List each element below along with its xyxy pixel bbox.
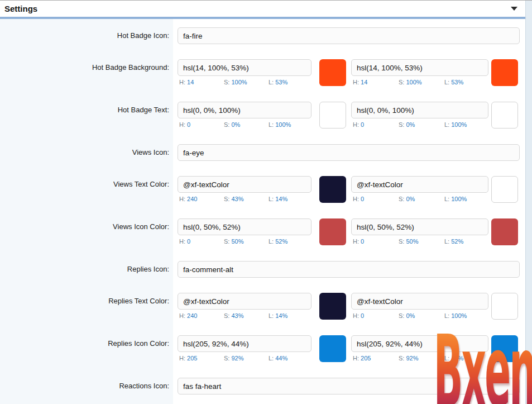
lightness-readout: L: 14% xyxy=(267,196,311,203)
color-swatch-preview[interactable] xyxy=(319,293,346,320)
color-swatch-preview[interactable] xyxy=(319,335,346,362)
lightness-value: 53% xyxy=(275,79,287,85)
field-label: Replies Text Color: xyxy=(0,293,173,320)
saturation-readout: S: 50% xyxy=(222,238,267,245)
page-title: Settings xyxy=(4,4,37,13)
color-swatch-preview[interactable] xyxy=(491,218,518,245)
color-swatch-preview[interactable] xyxy=(491,293,518,320)
color-value-input[interactable] xyxy=(351,176,488,193)
saturation-prefix: S: xyxy=(399,79,404,85)
hue-readout: H: 205 xyxy=(178,355,222,362)
hue-readout: H: 14 xyxy=(178,79,222,86)
lightness-readout: L: 53% xyxy=(443,79,488,86)
color-value-input[interactable] xyxy=(351,59,488,76)
lightness-prefix: L: xyxy=(269,355,274,362)
field-label: Reactions Icon: xyxy=(0,378,173,395)
color-value-input[interactable] xyxy=(351,218,488,235)
saturation-value: 92% xyxy=(406,355,418,362)
row-content: H: 14 S: 100% L: 53% H: 14 S: 100% L: 53… xyxy=(178,59,520,86)
hue-value: 14 xyxy=(187,79,194,85)
color-value-input[interactable] xyxy=(178,176,311,193)
color-swatch-preview[interactable] xyxy=(491,59,518,86)
row-content: H: 240 S: 43% L: 14% H: 0 S: 0% L: 100% xyxy=(178,293,520,320)
color-value-input[interactable] xyxy=(351,335,488,352)
saturation-prefix: S: xyxy=(399,312,404,319)
color-value-input[interactable] xyxy=(178,102,311,118)
hue-readout: H: 0 xyxy=(178,121,222,129)
icon-name-input[interactable] xyxy=(178,144,520,161)
row-content: H: 240 S: 43% L: 14% H: 0 S: 0% L: 100% xyxy=(178,176,520,203)
hue-prefix: H: xyxy=(179,355,185,362)
color-setting-row: Views Icon Color: H: 0 S: 50% L: 52% H: … xyxy=(0,218,525,245)
saturation-readout: S: 92% xyxy=(397,355,443,362)
field-label: Views Icon Color: xyxy=(0,218,173,245)
lightness-prefix: L: xyxy=(444,196,449,202)
color-swatch-preview[interactable] xyxy=(319,176,346,203)
hue-value: 0 xyxy=(361,196,364,202)
main-area: Settings Hot Badge Icon: Hot Badge Backg… xyxy=(0,1,525,404)
hue-value: 0 xyxy=(361,121,364,128)
lightness-readout: L: 100% xyxy=(443,121,488,129)
color-input-group-left: H: 0 S: 0% L: 100% xyxy=(178,102,311,129)
hue-value: 0 xyxy=(187,238,190,245)
field-label: Views Text Color: xyxy=(0,176,173,203)
color-input-group-right: H: 205 S: 92% L: 44% xyxy=(351,335,488,362)
color-value-input[interactable] xyxy=(178,218,311,235)
saturation-prefix: S: xyxy=(399,238,404,245)
color-swatch-preview[interactable] xyxy=(319,102,346,129)
hue-prefix: H: xyxy=(353,196,359,202)
color-value-input[interactable] xyxy=(351,293,488,310)
scrollbar-track[interactable] xyxy=(525,1,532,404)
icon-name-input[interactable] xyxy=(178,261,520,278)
lightness-readout: L: 100% xyxy=(443,312,488,320)
saturation-readout: S: 0% xyxy=(397,121,443,129)
color-setting-row: Replies Text Color: H: 240 S: 43% L: 14%… xyxy=(0,293,525,320)
color-swatch-preview[interactable] xyxy=(319,59,346,86)
saturation-value: 0% xyxy=(406,196,415,202)
lightness-prefix: L: xyxy=(269,79,274,85)
row-content xyxy=(178,144,520,161)
saturation-readout: S: 100% xyxy=(222,79,267,86)
saturation-value: 0% xyxy=(231,121,240,128)
settings-header[interactable]: Settings xyxy=(0,1,525,17)
saturation-readout: S: 0% xyxy=(222,121,267,129)
saturation-value: 0% xyxy=(406,312,415,319)
hsl-readout: H: 14 S: 100% L: 53% xyxy=(351,79,488,86)
color-value-input[interactable] xyxy=(351,102,488,118)
field-label: Hot Badge Icon: xyxy=(0,27,173,44)
hsl-readout: H: 0 S: 0% L: 100% xyxy=(351,121,488,129)
icon-setting-row: Hot Badge Icon: xyxy=(0,27,525,44)
lightness-value: 44% xyxy=(451,355,463,362)
lightness-prefix: L: xyxy=(444,312,449,319)
row-content: H: 0 S: 50% L: 52% H: 0 S: 50% L: 52% xyxy=(178,218,520,245)
hsl-readout: H: 14 S: 100% L: 53% xyxy=(178,79,311,86)
color-swatch-preview[interactable] xyxy=(491,102,518,129)
icon-setting-row: Views Icon: xyxy=(0,144,525,161)
lightness-readout: L: 100% xyxy=(267,121,311,129)
hsl-readout: H: 0 S: 50% L: 52% xyxy=(178,238,311,245)
saturation-prefix: S: xyxy=(224,196,229,202)
icon-setting-row: Replies Icon: xyxy=(0,261,525,278)
color-input-group-left: H: 0 S: 50% L: 52% xyxy=(178,218,311,245)
hue-value: 240 xyxy=(187,196,197,202)
color-input-group-right: H: 14 S: 100% L: 53% xyxy=(351,59,488,86)
color-swatch-preview[interactable] xyxy=(491,335,518,362)
saturation-readout: S: 92% xyxy=(222,355,267,362)
color-swatch-preview[interactable] xyxy=(491,176,518,203)
settings-panel: Settings Hot Badge Icon: Hot Badge Backg… xyxy=(0,0,532,404)
hue-readout: H: 240 xyxy=(178,196,222,203)
color-swatch-preview[interactable] xyxy=(319,218,346,245)
collapse-caret-icon[interactable] xyxy=(511,7,517,11)
color-setting-row: Hot Badge Background: H: 14 S: 100% L: 5… xyxy=(0,59,525,86)
saturation-prefix: S: xyxy=(224,79,229,85)
hsl-readout: H: 205 S: 92% L: 44% xyxy=(178,355,311,362)
icon-name-input[interactable] xyxy=(178,27,520,44)
color-value-input[interactable] xyxy=(178,293,311,310)
hue-readout: H: 0 xyxy=(351,121,397,129)
color-value-input[interactable] xyxy=(178,59,311,76)
saturation-readout: S: 43% xyxy=(222,312,267,320)
hsl-readout: H: 0 S: 50% L: 52% xyxy=(351,238,488,245)
hue-readout: H: 0 xyxy=(178,238,222,245)
color-value-input[interactable] xyxy=(178,335,311,352)
icon-name-input[interactable] xyxy=(178,378,520,395)
